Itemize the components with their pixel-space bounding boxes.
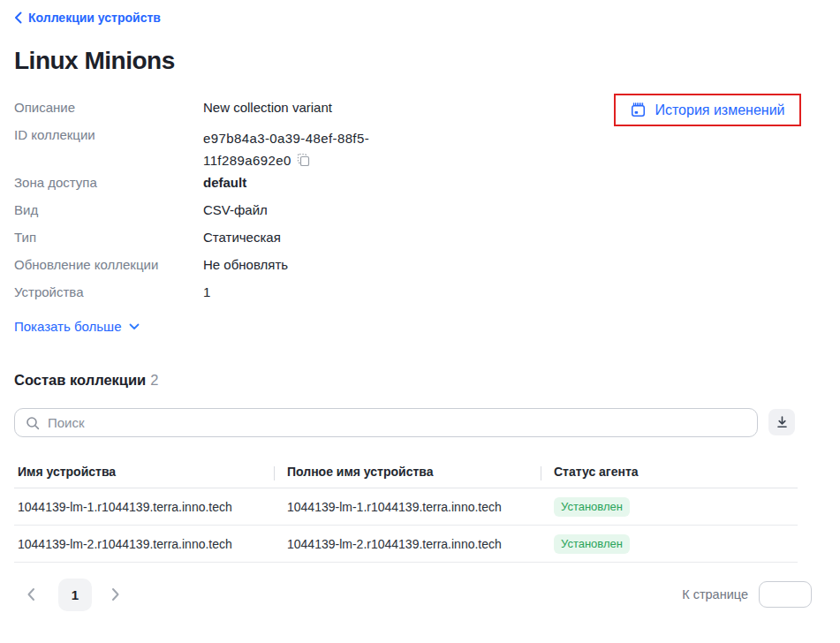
pagination-prev-button[interactable] xyxy=(23,584,39,605)
search-toolbar xyxy=(14,408,812,437)
chevron-left-icon xyxy=(26,587,35,601)
history-of-changes-button[interactable]: История изменений xyxy=(630,102,784,118)
calendar-history-icon xyxy=(630,102,647,118)
detail-value: default xyxy=(203,173,246,190)
detail-value: New collection variant xyxy=(203,98,332,115)
detail-row-update-policy: Обновление коллекции Не обновлять xyxy=(14,255,826,283)
goto-page-group: К странице xyxy=(682,581,812,608)
detail-value-collection-id: e97b84a3-0a39-48ef-88f5-11f289a692e0 xyxy=(203,125,413,173)
detail-label: Описание xyxy=(14,98,203,115)
download-icon xyxy=(776,415,789,429)
chevron-right-icon xyxy=(111,587,120,601)
column-header-device-name: Имя устройства xyxy=(14,465,274,479)
download-button[interactable] xyxy=(768,409,795,435)
detail-label: Обновление коллекции xyxy=(14,255,203,272)
column-header-agent-status: Статус агента xyxy=(541,465,798,479)
composition-section-title: Состав коллекции2 xyxy=(14,372,158,389)
detail-label: Устройства xyxy=(14,283,203,299)
detail-row-access-zone: Зона доступа default xyxy=(14,173,826,200)
goto-page-input[interactable] xyxy=(759,581,812,608)
show-more-label: Показать больше xyxy=(14,319,121,334)
devices-table: Имя устройства Полное имя устройства Ста… xyxy=(14,455,798,563)
cell-device-name: 1044139-lm-1.r1044139.terra.inno.tech xyxy=(14,500,274,514)
detail-row-collection-id: ID коллекции e97b84a3-0a39-48ef-88f5-11f… xyxy=(14,125,826,173)
table-header-row: Имя устройства Полное имя устройства Ста… xyxy=(14,455,798,488)
show-more-button[interactable]: Показать больше xyxy=(14,319,140,334)
annotation-red-box: История изменений xyxy=(614,94,801,126)
detail-value: 1 xyxy=(203,283,210,299)
pagination-bar: 1 К странице xyxy=(14,577,812,612)
detail-label: ID коллекции xyxy=(14,125,203,142)
detail-row-kind: Вид CSV-файл xyxy=(14,200,826,228)
cell-agent-status: Установлен xyxy=(541,497,798,517)
table-row[interactable]: 1044139-lm-2.r1044139.terra.inno.tech 10… xyxy=(14,526,798,563)
detail-value: CSV-файл xyxy=(203,200,268,217)
composition-count: 2 xyxy=(150,372,158,388)
detail-row-type: Тип Статическая xyxy=(14,228,826,255)
detail-row-devices: Устройства 1 xyxy=(14,283,826,310)
detail-value: Статическая xyxy=(203,228,281,245)
cell-device-fqdn: 1044139-lm-2.r1044139.terra.inno.tech xyxy=(274,537,541,551)
detail-label: Вид xyxy=(14,200,203,217)
chevron-down-icon xyxy=(129,323,140,330)
detail-label: Зона доступа xyxy=(14,173,203,190)
collection-id-text: e97b84a3-0a39-48ef-88f5-11f289a692e0 xyxy=(203,131,369,168)
goto-page-label: К странице xyxy=(682,587,748,601)
collection-details-list: Описание New collection variant ID колле… xyxy=(14,98,826,335)
search-icon xyxy=(26,416,40,430)
detail-value: Не обновлять xyxy=(203,255,288,272)
pagination-page-1-button[interactable]: 1 xyxy=(58,579,92,611)
search-input[interactable] xyxy=(48,415,748,430)
cell-device-fqdn: 1044139-lm-1.r1044139.terra.inno.tech xyxy=(274,500,541,514)
back-link-label: Коллекции устройств xyxy=(28,11,161,25)
search-input-container xyxy=(14,408,758,437)
cell-agent-status: Установлен xyxy=(541,534,798,554)
table-row[interactable]: 1044139-lm-1.r1044139.terra.inno.tech 10… xyxy=(14,488,798,526)
composition-title-text: Состав коллекции xyxy=(14,372,146,388)
column-header-device-fqdn: Полное имя устройства xyxy=(274,465,541,479)
detail-label: Тип xyxy=(14,228,203,245)
chevron-left-icon xyxy=(14,11,22,24)
status-badge: Установлен xyxy=(554,534,630,554)
collection-detail-page: Коллекции устройств Linux Minions Истори… xyxy=(0,0,840,643)
cell-device-name: 1044139-lm-2.r1044139.terra.inno.tech xyxy=(14,537,274,551)
status-badge: Установлен xyxy=(554,497,630,517)
page-title: Linux Minions xyxy=(14,47,826,75)
history-of-changes-label: История изменений xyxy=(655,102,784,118)
copy-icon[interactable] xyxy=(297,151,310,173)
back-link-collections[interactable]: Коллекции устройств xyxy=(14,11,161,25)
pagination-next-button[interactable] xyxy=(108,584,124,605)
